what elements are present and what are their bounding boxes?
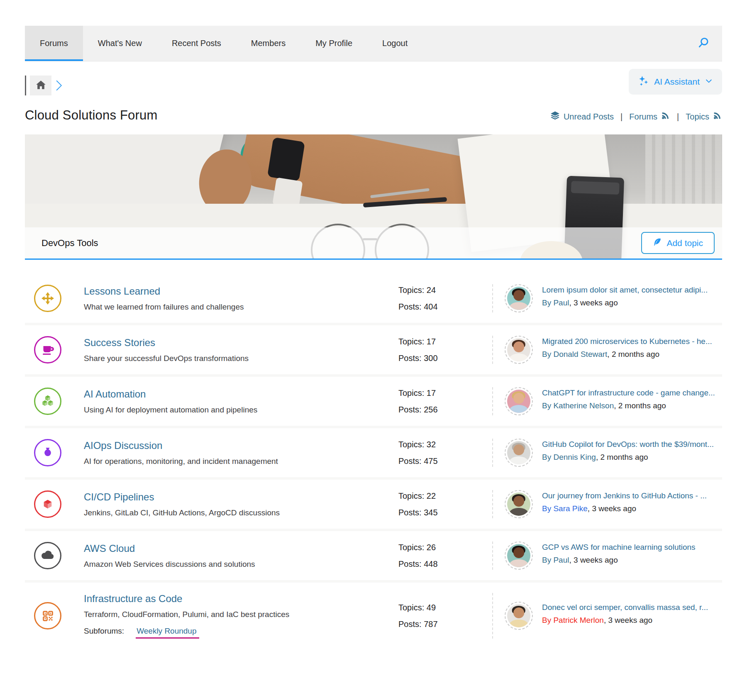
forum-page: Forums What's New Recent Posts Members M… bbox=[0, 26, 747, 674]
post-time: , 2 months ago bbox=[607, 350, 659, 359]
avatar-image bbox=[507, 441, 530, 464]
category-title: DevOps Tools bbox=[42, 238, 98, 249]
avatar[interactable] bbox=[505, 602, 533, 630]
topics-rss-link[interactable]: Topics bbox=[686, 111, 722, 122]
forum-link[interactable]: AIOps Discussion bbox=[84, 440, 162, 451]
latest-post-link[interactable]: Donec vel orci semper, convallis massa s… bbox=[542, 602, 708, 613]
forum-info: AIOps Discussion AI for operations, moni… bbox=[61, 440, 398, 466]
forum-stats: Topics: 22 Posts: 345 bbox=[398, 491, 492, 517]
avatar-head bbox=[513, 547, 524, 558]
posts-count: Posts: 256 bbox=[398, 405, 492, 415]
forum-row: Infrastructure as Code Terraform, CloudF… bbox=[25, 583, 722, 649]
avatar[interactable] bbox=[505, 387, 533, 415]
avatar-torso bbox=[509, 508, 528, 516]
subforum-link[interactable]: Weekly Roundup bbox=[136, 627, 199, 639]
latest-post-info: Our journey from Jenkins to GitHub Actio… bbox=[542, 490, 707, 513]
stats-divider bbox=[492, 336, 493, 364]
forums-rss-link[interactable]: Forums bbox=[629, 111, 670, 122]
post-time: , 2 months ago bbox=[614, 401, 666, 410]
avatar-head bbox=[513, 393, 524, 404]
avatar-head bbox=[513, 496, 524, 507]
latest-post-info: Migrated 200 microservices to Kubernetes… bbox=[542, 336, 712, 359]
cube-icon bbox=[34, 490, 61, 518]
latest-post: GitHub Copilot for DevOps: worth the $39… bbox=[505, 439, 722, 467]
stats-divider bbox=[492, 439, 493, 467]
tab-logout[interactable]: Logout bbox=[367, 26, 422, 61]
tab-my-profile[interactable]: My Profile bbox=[300, 26, 367, 61]
forum-stats: Topics: 17 Posts: 300 bbox=[398, 337, 492, 363]
tab-forums[interactable]: Forums bbox=[25, 26, 83, 61]
latest-post-link[interactable]: GCP vs AWS for machine learning solution… bbox=[542, 541, 696, 553]
forum-description: Jenkins, GitLab CI, GitHub Actions, Argo… bbox=[84, 508, 388, 517]
subforums-row: Subforums: Weekly Roundup bbox=[84, 627, 388, 639]
latest-post-link[interactable]: Our journey from Jenkins to GitHub Actio… bbox=[542, 490, 707, 502]
latest-post-link[interactable]: GitHub Copilot for DevOps: worth the $39… bbox=[542, 439, 714, 450]
forum-link[interactable]: CI/CD Pipelines bbox=[84, 491, 154, 503]
latest-post-info: Donec vel orci semper, convallis massa s… bbox=[542, 602, 708, 625]
stats-divider bbox=[492, 490, 493, 518]
avatar[interactable] bbox=[505, 541, 533, 570]
latest-post-link[interactable]: Lorem ipsum dolor sit amet, consectetur … bbox=[542, 284, 708, 296]
author-link[interactable]: By Patrick Merlon bbox=[542, 616, 604, 624]
forum-link[interactable]: AWS Cloud bbox=[84, 543, 135, 554]
forum-link[interactable]: AI Automation bbox=[84, 388, 146, 400]
author-link[interactable]: By Paul bbox=[542, 298, 569, 307]
stats-divider bbox=[492, 541, 493, 570]
hero-smartwatch bbox=[267, 137, 305, 181]
forum-info: Infrastructure as Code Terraform, CloudF… bbox=[61, 593, 398, 639]
post-time: , 2 months ago bbox=[596, 453, 648, 461]
main-nav: Forums What's New Recent Posts Members M… bbox=[25, 26, 722, 61]
avatar[interactable] bbox=[505, 336, 533, 364]
search-icon bbox=[698, 37, 710, 50]
author-link[interactable]: By Donald Stewart bbox=[542, 350, 607, 359]
forum-description: What we learned from failures and challe… bbox=[84, 302, 388, 312]
home-icon bbox=[35, 79, 46, 92]
tab-whats-new[interactable]: What's New bbox=[83, 26, 157, 61]
latest-post: Migrated 200 microservices to Kubernetes… bbox=[505, 336, 722, 364]
posts-count: Posts: 345 bbox=[398, 508, 492, 517]
author-link[interactable]: By Paul bbox=[542, 556, 569, 564]
avatar-torso bbox=[509, 456, 528, 464]
content-wrapper: Forums What's New Recent Posts Members M… bbox=[0, 26, 747, 649]
avatar-torso bbox=[509, 559, 528, 567]
forum-list: Lessons Learned What we learned from fai… bbox=[25, 274, 722, 649]
author-link[interactable]: By Katherine Nelson bbox=[542, 401, 614, 410]
stats-divider bbox=[492, 284, 493, 312]
topics-count: Topics: 32 bbox=[398, 440, 492, 449]
forum-link[interactable]: Lessons Learned bbox=[84, 285, 160, 297]
forum-info: CI/CD Pipelines Jenkins, GitLab CI, GitH… bbox=[61, 491, 398, 517]
ai-assistant-button[interactable]: AI Assistant bbox=[629, 69, 722, 95]
latest-post-byline: By Donald Stewart, 2 months ago bbox=[542, 350, 712, 359]
topics-count: Topics: 49 bbox=[398, 603, 492, 612]
forum-row: Success Stories Share your successful De… bbox=[25, 325, 722, 377]
avatar-torso bbox=[509, 405, 528, 413]
hero-strip: DevOps Tools Add topic bbox=[25, 227, 722, 259]
author-link[interactable]: By Sara Pike bbox=[542, 504, 588, 513]
avatar[interactable] bbox=[505, 490, 533, 518]
latest-post-byline: By Dennis King, 2 months ago bbox=[542, 453, 714, 462]
forum-link[interactable]: Infrastructure as Code bbox=[84, 593, 182, 605]
forum-info: Success Stories Share your successful De… bbox=[61, 337, 398, 363]
avatar-image bbox=[507, 390, 530, 413]
ai-assistant-label: AI Assistant bbox=[654, 77, 700, 87]
meta-links: Unread Posts | Forums | Topics bbox=[550, 110, 722, 123]
sparkles-icon bbox=[638, 75, 649, 88]
forum-link[interactable]: Success Stories bbox=[84, 337, 155, 349]
latest-post-link[interactable]: ChatGPT for infrastructure code - game c… bbox=[542, 387, 715, 399]
avatar[interactable] bbox=[505, 439, 533, 467]
add-topic-button[interactable]: Add topic bbox=[641, 232, 715, 254]
hero-window-blinds bbox=[645, 134, 722, 211]
tab-members[interactable]: Members bbox=[236, 26, 300, 61]
forum-stats: Topics: 26 Posts: 448 bbox=[398, 543, 492, 569]
author-link[interactable]: By Dennis King bbox=[542, 453, 596, 461]
breadcrumb-home-button[interactable] bbox=[30, 76, 51, 95]
unread-posts-link[interactable]: Unread Posts bbox=[550, 110, 614, 123]
tab-recent-posts[interactable]: Recent Posts bbox=[157, 26, 236, 61]
latest-post-byline: By Katherine Nelson, 2 months ago bbox=[542, 401, 715, 410]
search-button[interactable] bbox=[685, 26, 722, 61]
topics-count: Topics: 26 bbox=[398, 543, 492, 552]
avatar[interactable] bbox=[505, 284, 533, 312]
avatar-torso bbox=[509, 354, 528, 361]
latest-post-link[interactable]: Migrated 200 microservices to Kubernetes… bbox=[542, 336, 712, 347]
avatar-image bbox=[507, 544, 530, 567]
